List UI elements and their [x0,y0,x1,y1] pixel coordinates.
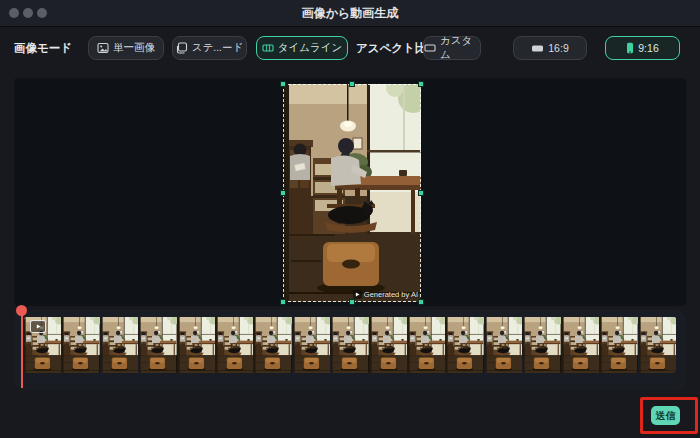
aspect-16-9-icon [531,44,544,53]
timeline-frame[interactable] [216,317,253,373]
timeline-track [14,310,686,390]
resize-handle-bottom-right[interactable] [418,299,424,305]
aspect-ratio-label: アスペクト比 [356,36,426,60]
cafe-photo [293,317,330,373]
cafe-photo [331,317,368,373]
single-image-button[interactable]: 単一画像 [88,36,164,60]
resize-handle-bottom-left[interactable] [280,299,286,305]
cafe-photo [216,317,253,373]
single-image-label: 単一画像 [113,41,155,55]
cafe-photo [62,317,99,373]
generated-by-ai-label: Generated by AI [364,290,418,299]
timeline-frame[interactable] [639,317,676,373]
timeline-playhead[interactable] [16,305,27,389]
cafe-photo [370,317,407,373]
timeline-frame[interactable] [562,317,599,373]
step-mode-icon [176,42,188,54]
aspect-16-9-label: 16:9 [548,42,568,54]
resize-handle-bottom-center[interactable] [349,299,355,305]
cafe-photo [485,317,522,373]
preview-canvas: Generated by AI [14,78,686,306]
timeline-mode-label: タイムライン [278,41,342,55]
timeline-frame[interactable] [62,317,99,373]
timeline-frames [24,317,676,373]
resize-handle-top-center[interactable] [349,81,355,87]
step-mode-label: ステ...ード [192,41,244,55]
resize-handle-top-left[interactable] [280,81,286,87]
cafe-photo [283,84,421,302]
window-title: 画像から動画生成 [0,0,700,26]
aspect-9-16-label: 9:16 [638,42,658,54]
cafe-photo [446,317,483,373]
cafe-photo [408,317,445,373]
timeline-frame[interactable] [600,317,637,373]
resize-handle-mid-right[interactable] [418,190,424,196]
app-window: { "window": { "title": "画像から動画生成" }, "to… [0,0,700,438]
stage-image[interactable]: Generated by AI [283,84,421,302]
resize-handle-mid-left[interactable] [280,190,286,196]
timeline-frame[interactable] [293,317,330,373]
step-mode-button[interactable]: ステ...ード [172,36,247,60]
cafe-photo [523,317,560,373]
cafe-photo [639,317,676,373]
timeline-frame[interactable] [139,317,176,373]
timeline-frame[interactable] [523,317,560,373]
single-image-icon [97,42,109,54]
image-mode-label: 画像モード [14,36,72,60]
timeline-mode-button[interactable]: タイムライン [256,36,348,60]
timeline-frame[interactable] [408,317,445,373]
aspect-custom-button[interactable]: カスタム [423,36,481,60]
timeline-frame[interactable] [254,317,291,373]
timeline-frame[interactable] [446,317,483,373]
timeline-icon [262,42,274,54]
timeline-frame[interactable] [485,317,522,373]
cafe-photo [139,317,176,373]
cafe-photo [178,317,215,373]
aspect-9-16-button[interactable]: 9:16 [605,36,680,60]
aspect-9-16-icon [626,42,634,54]
resize-handle-top-right[interactable] [418,81,424,87]
cafe-photo [562,317,599,373]
playhead-line [21,314,23,388]
cafe-photo [254,317,291,373]
play-badge-icon[interactable] [30,320,46,333]
timeline-frame[interactable] [331,317,368,373]
custom-aspect-icon [424,43,436,53]
timeline-frame[interactable] [178,317,215,373]
timeline-frame[interactable] [370,317,407,373]
generated-by-ai-icon [353,290,362,299]
titlebar: 画像から動画生成 [0,0,700,27]
cafe-photo [101,317,138,373]
aspect-16-9-button[interactable]: 16:9 [513,36,587,60]
send-button[interactable]: 送信 [651,406,680,425]
timeline-frame[interactable] [101,317,138,373]
generated-by-ai-watermark: Generated by AI [353,290,418,299]
cafe-photo [600,317,637,373]
aspect-custom-label: カスタム [440,34,480,62]
